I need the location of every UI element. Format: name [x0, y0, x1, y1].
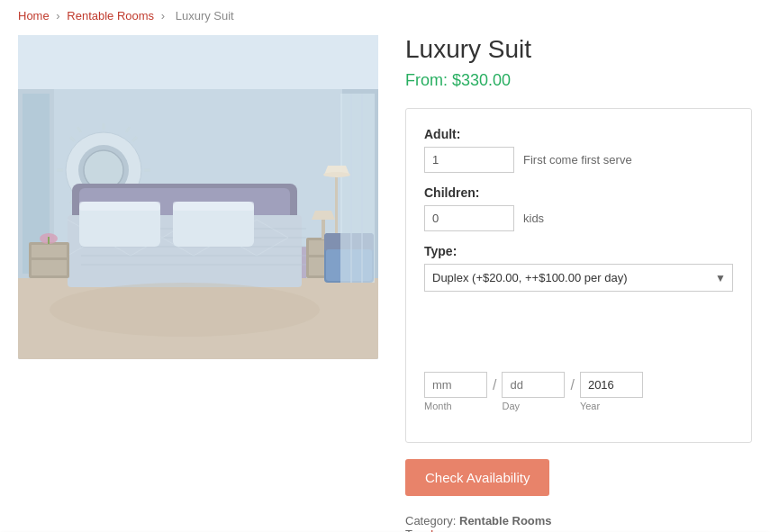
month-hint: Month [424, 401, 487, 411]
breadcrumb-sep2: › [161, 9, 165, 23]
svg-rect-39 [32, 245, 67, 257]
children-row: kids [424, 205, 733, 231]
svg-rect-3 [18, 35, 378, 89]
breadcrumb-rooms[interactable]: Rentable Rooms [67, 9, 154, 23]
year-hint: Year [580, 401, 643, 411]
children-group: Children: kids [424, 185, 733, 231]
adult-input[interactable] [424, 147, 514, 173]
category-value: Rentable Rooms [459, 514, 552, 527]
room-image [18, 35, 378, 359]
breadcrumb-current: Luxury Suit [176, 9, 234, 23]
year-input[interactable] [580, 372, 643, 398]
svg-point-57 [323, 172, 350, 177]
content-area: Luxury Suit From: $330.00 Adult: First c… [18, 35, 752, 532]
children-hint: kids [523, 212, 544, 225]
svg-rect-36 [79, 202, 160, 211]
category-line: Category: Rentable Rooms [405, 514, 752, 527]
adult-hint: First come first serve [523, 153, 632, 167]
date-sep1: / [493, 372, 496, 393]
page-wrapper: Home › Rentable Rooms › Luxury Suit [0, 0, 770, 532]
svg-rect-42 [48, 237, 50, 244]
type-group: Type: Duplex (+$20.00, ++$100.00 per day… [424, 244, 733, 359]
category-label: Category: [405, 514, 456, 527]
svg-marker-47 [312, 211, 335, 220]
year-group: Year [580, 372, 643, 411]
room-details: Luxury Suit From: $330.00 Adult: First c… [405, 35, 752, 532]
booking-form: Adult: First come first serve Children: … [405, 108, 752, 443]
adult-group: Adult: First come first serve [424, 127, 733, 173]
svg-rect-37 [173, 202, 254, 211]
svg-rect-55 [335, 175, 338, 233]
date-row: Month / Day / Year [424, 372, 733, 411]
meta-info: Category: Rentable Rooms Tag: luxury [405, 514, 752, 532]
day-group: Day [502, 372, 565, 411]
month-group: Month [424, 372, 487, 411]
breadcrumb-sep1: › [56, 9, 59, 23]
type-label: Type: [424, 244, 733, 258]
type-select-wrapper: Duplex (+$20.00, ++$100.00 per day) Sing… [424, 264, 733, 292]
day-input[interactable] [502, 372, 565, 398]
day-hint: Day [502, 401, 565, 411]
date-group: Month / Day / Year [424, 372, 733, 411]
children-input[interactable] [424, 205, 514, 231]
adult-row: First come first serve [424, 147, 733, 173]
svg-point-54 [50, 283, 320, 337]
adult-label: Adult: [424, 127, 733, 141]
type-select[interactable]: Duplex (+$20.00, ++$100.00 per day) Sing… [424, 264, 733, 292]
svg-rect-51 [340, 94, 375, 283]
breadcrumb-home[interactable]: Home [18, 9, 50, 23]
breadcrumb: Home › Rentable Rooms › Luxury Suit [18, 9, 752, 23]
check-availability-button[interactable]: Check Availability [405, 459, 549, 496]
room-title: Luxury Suit [405, 35, 752, 64]
date-sep2: / [570, 372, 574, 393]
svg-rect-40 [32, 260, 67, 275]
month-input[interactable] [424, 372, 487, 398]
children-label: Children: [424, 185, 733, 200]
room-price: From: $330.00 [405, 71, 752, 90]
